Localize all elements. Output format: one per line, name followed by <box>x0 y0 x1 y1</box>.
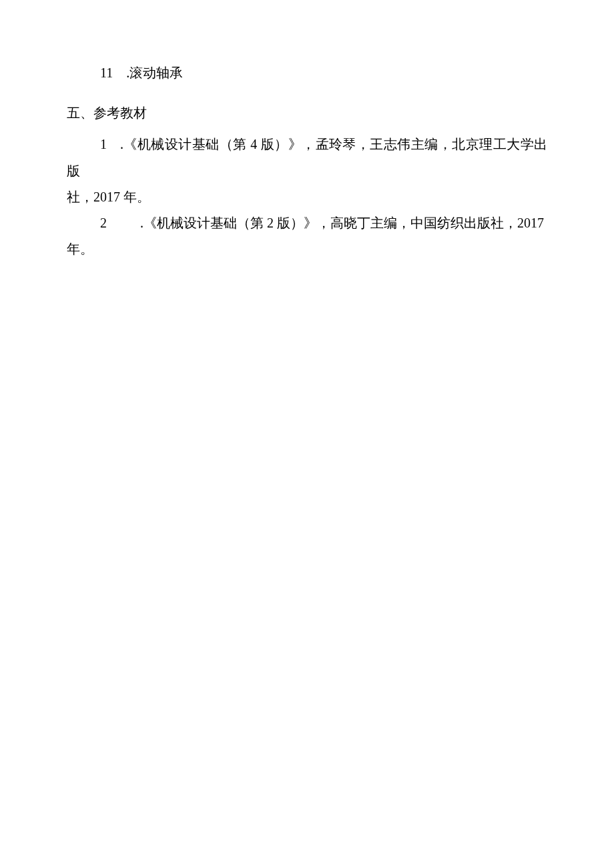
reference-number: 1 <box>100 137 107 151</box>
reference-text-line2: 社，2017 年。 <box>67 189 150 204</box>
reference-item-2-continuation: 年。 <box>67 236 547 262</box>
reference-text-line1: .《机械设计基础（第 4 版）》，孟玲琴，王志伟主编，北京理工大学出版 <box>67 137 547 178</box>
reference-number: 2 <box>100 215 107 230</box>
list-item-number: 11 <box>100 65 113 80</box>
reference-text-line2: 年。 <box>67 242 93 256</box>
section-number: 五、 <box>67 105 93 120</box>
reference-item-1: 1.《机械设计基础（第 4 版）》，孟玲琴，王志伟主编，北京理工大学出版 <box>67 131 547 184</box>
reference-item-2: 2.《机械设计基础（第 2 版）》，高晓丁主编，中国纺织出版社，2017 <box>67 209 547 236</box>
list-item-text: .滚动轴承 <box>126 65 183 80</box>
list-item-11: 11.滚动轴承 <box>67 60 547 85</box>
section-title: 参考教材 <box>93 105 147 120</box>
reference-item-1-continuation: 社，2017 年。 <box>67 184 547 209</box>
section-header: 五、参考教材 <box>67 100 547 125</box>
reference-text-line1: .《机械设计基础（第 2 版）》，高晓丁主编，中国纺织出版社，2017 <box>140 215 544 230</box>
